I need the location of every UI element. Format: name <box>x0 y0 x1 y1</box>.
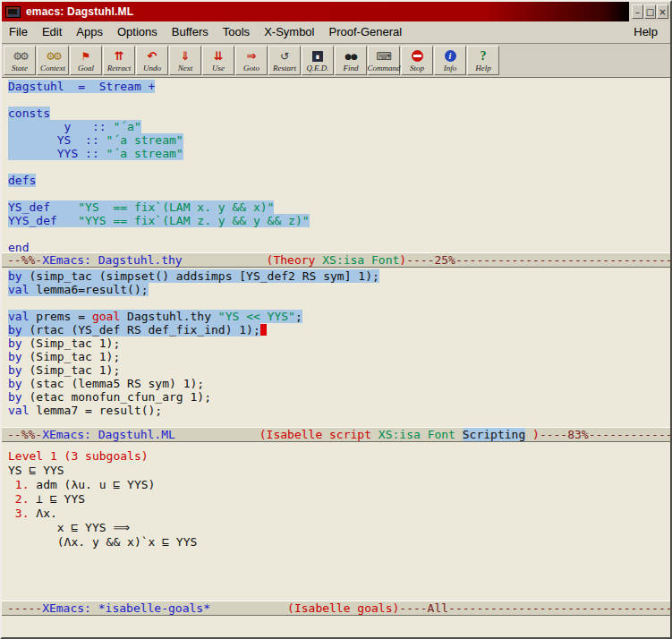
text-cursor <box>260 324 267 336</box>
toolbar-next-button[interactable]: ⇓Next <box>169 46 201 75</box>
toolbar-goal-button[interactable]: ⚑Goal <box>70 46 102 75</box>
use-icon: ⇊ <box>214 48 224 64</box>
buffer-line: x ⊑ YYS ⟹ <box>2 521 670 535</box>
toolbar-button-label: Next <box>178 64 193 72</box>
help-icon: ? <box>481 48 487 64</box>
menu-apps[interactable]: Apps <box>69 21 110 43</box>
toolbar-button-label: Restart <box>273 64 296 72</box>
buffer-dagstuhl-thy[interactable]: Dagstuhl = Stream + consts y :: "´a" YS … <box>2 78 670 252</box>
menu-edit[interactable]: Edit <box>35 21 69 43</box>
toolbar-info-button[interactable]: iInfo <box>434 46 466 75</box>
buffer-line: defs <box>2 174 670 187</box>
buffer-line: (Λx. y && x)`x ⊑ YYS <box>2 535 670 550</box>
undo-icon: ↶ <box>148 48 157 64</box>
goal-icon: ⚑ <box>81 48 91 64</box>
toolbar-button-label: Goto <box>243 64 259 72</box>
buffer-line: by (Simp_tac 1); <box>2 363 670 377</box>
window-close-button[interactable]: × <box>657 4 668 19</box>
buffer-line: consts <box>2 106 670 120</box>
buffer-line: 2. ⊥ ⊑ YYS <box>2 492 670 507</box>
toolbar-command-button[interactable]: ⌨Command <box>368 46 400 75</box>
buffer-isabelle-goals[interactable]: Level 1 (3 subgoals)YS ⊑ YYS 1. adm (λu.… <box>2 442 670 601</box>
buffer-line: val lemma6=result(); <box>2 283 670 296</box>
toolbar-use-button[interactable]: ⇊Use <box>202 46 234 75</box>
buffer-line: YS ⊑ YYS <box>2 464 670 478</box>
command-icon: ⌨ <box>376 48 391 64</box>
toolbar-button-label: Goal <box>78 64 94 72</box>
toolbar-retract-button[interactable]: ⇈Retract <box>103 46 135 75</box>
buffer-line <box>2 187 670 200</box>
window-minimize-button[interactable]: – <box>632 4 643 19</box>
window-controls: –□× <box>629 2 670 21</box>
buffer-line <box>2 227 670 241</box>
buffer-line: Level 1 (3 subgoals) <box>2 449 670 464</box>
toolbar-button-label: Retract <box>107 64 132 72</box>
toolbar-button-label: Help <box>475 64 491 72</box>
toolbar-button-label: Stop <box>410 64 424 72</box>
restart-icon: ↺ <box>280 48 289 64</box>
buffer-line: by (etac monofun_cfun_arg 1); <box>2 390 670 404</box>
menu-options[interactable]: Options <box>110 21 165 43</box>
buffer-line <box>2 296 670 310</box>
info-icon: i <box>445 48 456 64</box>
buffer-line: by (rtac (YS_def RS def_fix_ind) 1); <box>2 323 670 337</box>
menu-buffers[interactable]: Buffers <box>165 21 216 43</box>
menu-proof-general[interactable]: Proof-General <box>321 21 409 43</box>
toolbar-button-label: Context <box>40 64 65 72</box>
qed-icon: ∎ <box>312 48 323 64</box>
buffer-line: by (Simp_tac 1); <box>2 350 670 363</box>
buffer-line: 1. adm (λu. u ⊑ YYS) <box>2 478 670 492</box>
retract-icon: ⇈ <box>115 48 124 64</box>
stop-icon <box>412 48 423 64</box>
toolbar-button-label: Q.E.D. <box>306 64 328 72</box>
find-icon: ●● <box>345 48 357 64</box>
buffer-line: val prems = goal Dagstuhl.thy "YS << YYS… <box>2 310 670 323</box>
minibuffer[interactable] <box>2 616 670 637</box>
menubar: FileEditAppsOptionsBuffersToolsX-SymbolP… <box>2 21 670 44</box>
xemacs-window: emacs: Dagstuhl.ML –□× FileEditAppsOptio… <box>0 0 672 639</box>
toolbar-state-button[interactable]: ⚙⚙State <box>4 46 36 75</box>
app-icon <box>5 6 21 18</box>
toolbar-context-button[interactable]: ⚙⚙Context <box>37 46 69 75</box>
window-title: emacs: Dagstuhl.ML <box>26 5 133 18</box>
modeline-dagstuhl-thy[interactable]: --%%-XEmacs: Dagstuhl.thy (Theory XS:isa… <box>2 252 670 268</box>
toolbar-goto-button[interactable]: ⇒Goto <box>235 46 268 75</box>
buffer-line <box>2 93 670 106</box>
buffer-line: Dagstuhl = Stream + <box>2 80 670 93</box>
buffer-line: y :: "´a" <box>2 120 670 133</box>
toolbar-restart-button[interactable]: ↺Restart <box>268 46 301 75</box>
toolbar-find-button[interactable]: ●●Find <box>335 46 367 75</box>
buffer-line: by (stac (lemma5 RS sym) 1); <box>2 377 670 390</box>
modeline-dagstuhl-ml[interactable]: --%%-XEmacs: Dagstuhl.ML (Isabelle scrip… <box>2 427 670 442</box>
toolbar-help-button[interactable]: ?Help <box>467 46 499 75</box>
context-icon: ⚙⚙ <box>46 48 60 64</box>
toolbar-button-label: State <box>12 64 28 72</box>
toolbar-undo-button[interactable]: ↶Undo <box>136 46 168 75</box>
buffer-line: val lemma7 = result(); <box>2 404 670 417</box>
toolbar-q-e-d-button[interactable]: ∎Q.E.D. <box>302 46 334 75</box>
buffer-line: end <box>2 241 670 252</box>
toolbar-button-label: Info <box>444 64 457 72</box>
buffer-line: YS_def "YS == fix`(LAM x. y && x)" <box>2 200 670 214</box>
toolbar-button-label: Command <box>368 64 401 72</box>
goto-icon: ⇒ <box>247 48 257 64</box>
buffer-dagstuhl-ml[interactable]: by (simp_tac (simpset() addsimps [YS_def… <box>2 268 670 427</box>
buffer-line: YYS :: "´a stream" <box>2 147 670 160</box>
toolbar-button-label: Use <box>212 64 225 72</box>
state-icon: ⚙⚙ <box>13 48 27 64</box>
buffer-line: 3. Λx. <box>2 507 670 521</box>
toolbar-button-label: Find <box>344 64 359 72</box>
menu-file[interactable]: File <box>2 21 35 43</box>
buffer-line: by (simp_tac (simpset() addsimps [YS_def… <box>2 269 670 283</box>
modeline-isabelle-goals[interactable]: -----XEmacs: *isabelle-goals* (Isabelle … <box>2 601 670 616</box>
menu-help[interactable]: Help <box>626 21 665 43</box>
titlebar[interactable]: emacs: Dagstuhl.ML –□× <box>2 2 670 21</box>
buffer-line: by (Simp_tac 1); <box>2 337 670 350</box>
proof-general-toolbar: ⚙⚙State⚙⚙Context⚑Goal⇈Retract↶Undo⇓Next⇊… <box>2 44 670 78</box>
toolbar-button-label: Undo <box>143 64 161 72</box>
window-maximize-button[interactable]: □ <box>644 4 656 19</box>
menu-tools[interactable]: Tools <box>216 21 257 43</box>
buffer-line <box>2 160 670 174</box>
menu-x-symbol[interactable]: X-Symbol <box>257 21 321 43</box>
toolbar-stop-button[interactable]: Stop <box>401 46 433 75</box>
